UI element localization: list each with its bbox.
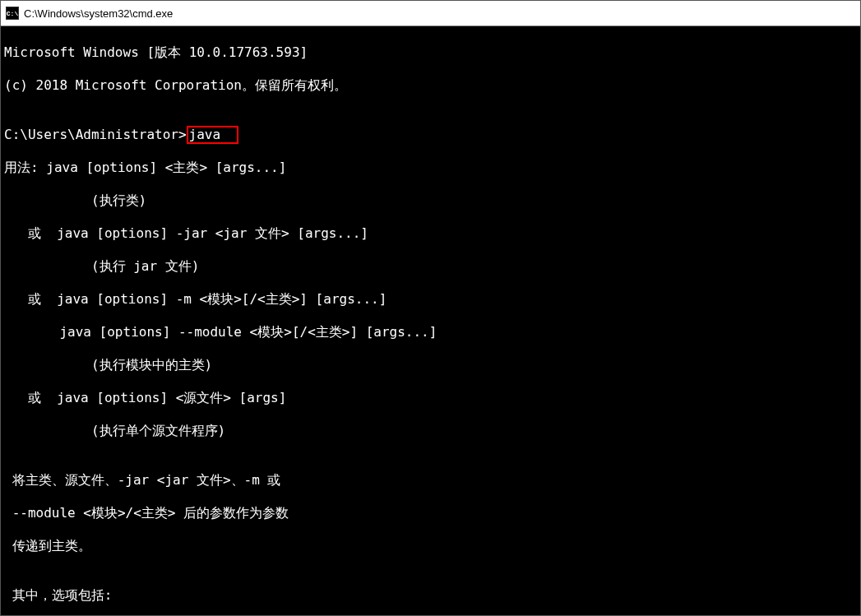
cmd-icon-label: C:\ [7, 10, 18, 17]
output-line: 或 java [options] -jar <jar 文件> [args...] [4, 225, 857, 242]
output-line: (执行 jar 文件) [4, 258, 857, 275]
output-line: 用法: java [options] <主类> [args...] [4, 160, 857, 176]
output-line: java [options] --module <模块>[/<主类>] [arg… [4, 324, 857, 340]
prompt-text: C:\Users\Administrator> [4, 127, 187, 142]
output-line: --module <模块>/<主类> 后的参数作为参数 [4, 505, 857, 521]
titlebar[interactable]: C:\ C:\Windows\system32\cmd.exe [1, 1, 860, 26]
banner-line-2: (c) 2018 Microsoft Corporation。保留所有权利。 [4, 77, 857, 94]
cmd-icon: C:\ [6, 7, 19, 20]
output-line: 将主类、源文件、-jar <jar 文件>、-m 或 [4, 472, 857, 489]
prompt-line: C:\Users\Administrator>java [4, 127, 857, 143]
banner-line-1: Microsoft Windows [版本 10.0.17763.593] [4, 44, 857, 61]
output-line: (执行类) [4, 192, 857, 209]
terminal-output[interactable]: Microsoft Windows [版本 10.0.17763.593] (c… [1, 26, 860, 615]
command-highlight: java [187, 126, 239, 144]
cmd-window: C:\ C:\Windows\system32\cmd.exe Microsof… [0, 0, 861, 616]
output-line: 或 java [options] <源文件> [args] [4, 390, 857, 406]
output-line: (执行单个源文件程序) [4, 423, 857, 439]
output-line: 或 java [options] -m <模块>[/<主类>] [args...… [4, 291, 857, 308]
output-line: 传递到主类。 [4, 538, 857, 554]
window-title: C:\Windows\system32\cmd.exe [24, 7, 173, 20]
output-line: (执行模块中的主类) [4, 357, 857, 373]
output-line: 其中，选项包括: [4, 587, 857, 604]
command-text: java [189, 127, 221, 142]
